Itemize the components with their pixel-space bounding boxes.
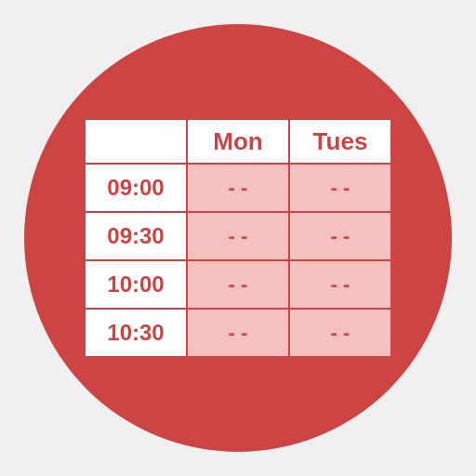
table-row: 10:30- -- -: [85, 309, 391, 357]
mon-cell-3: - -: [187, 309, 289, 357]
header-tues: Tues: [289, 119, 391, 164]
time-cell-3: 10:30: [85, 309, 187, 357]
tues-cell-0: - -: [289, 164, 391, 212]
tues-cell-3: - -: [289, 309, 391, 357]
mon-cell-2: - -: [187, 260, 289, 309]
table-row: 09:30- -- -: [85, 212, 391, 260]
header-empty: [85, 119, 187, 164]
table-row: 10:00- -- -: [85, 260, 391, 309]
time-cell-0: 09:00: [85, 164, 187, 212]
table-row: 09:00- -- -: [85, 164, 391, 212]
tues-cell-1: - -: [289, 212, 391, 260]
time-cell-2: 10:00: [85, 260, 187, 309]
schedule-table: Mon Tues 09:00- -- -09:30- -- -10:00- --…: [84, 118, 392, 358]
tues-cell-2: - -: [289, 260, 391, 309]
background-circle: Mon Tues 09:00- -- -09:30- -- -10:00- --…: [24, 24, 452, 452]
time-cell-1: 09:30: [85, 212, 187, 260]
mon-cell-1: - -: [187, 212, 289, 260]
mon-cell-0: - -: [187, 164, 289, 212]
header-mon: Mon: [187, 119, 289, 164]
